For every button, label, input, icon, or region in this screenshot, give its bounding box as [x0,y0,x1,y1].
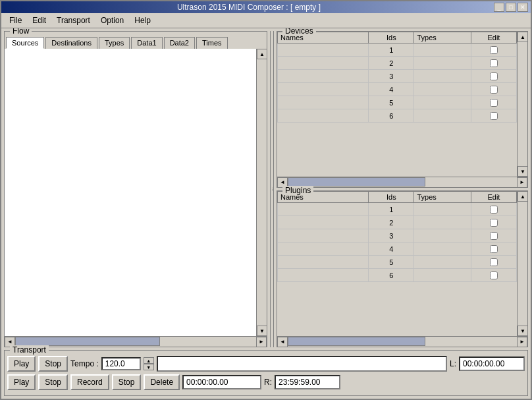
menu-transport[interactable]: Transport [51,14,95,26]
flow-vscrollbar[interactable]: ▲ ▼ [256,49,267,336]
device-edit-6[interactable] [471,109,516,123]
delete-button[interactable]: Delete [144,374,180,390]
play-button-1[interactable]: Play [7,356,36,372]
table-row: 6 [278,109,517,123]
menu-bar: File Edit Transport Option Help [1,13,531,28]
time-l-label: L: [450,359,456,368]
device-type-6 [414,109,471,123]
menu-option[interactable]: Option [95,14,129,26]
play-button-2[interactable]: Play [7,374,36,390]
stop-button-2[interactable]: Stop [38,374,68,390]
table-row: 3 [278,70,517,83]
plugin-id-5: 5 [369,256,414,269]
flow-inner [5,49,256,336]
plugins-vscrollbar[interactable]: ▲ ▼ [517,191,527,336]
plugin-type-2 [414,216,471,229]
plugin-edit-1[interactable] [471,203,516,216]
plugin-edit-6[interactable] [471,269,516,282]
plugins-hscroll-right[interactable]: ► [517,337,527,347]
plugin-edit-2[interactable] [471,216,516,229]
devices-vscrollbar[interactable]: ▲ ▼ [517,32,527,177]
device-name-2 [278,57,369,70]
tempo-up[interactable]: ▲ [144,357,154,364]
device-edit-5[interactable] [471,96,516,109]
tab-data2[interactable]: Data2 [164,37,195,49]
col-edit-header: Edit [471,32,516,43]
devices-hscroll-right[interactable]: ► [517,177,527,188]
tab-types[interactable]: Types [99,37,130,49]
devices-scroll-thumb[interactable] [518,42,527,166]
close-button[interactable]: ✕ [518,3,528,12]
devices-table-content: Names Ids Types Edit 1 [277,32,517,177]
tempo-label: Tempo : [70,359,99,368]
devices-hscroll-track[interactable] [288,177,517,187]
transport-display-1 [157,356,447,372]
tempo-input[interactable] [101,357,141,370]
device-edit-2[interactable] [471,57,516,70]
device-name-4 [278,83,369,96]
flow-content: ▲ ▼ [5,49,267,336]
tempo-spinner[interactable]: ▲ ▼ [144,357,154,370]
flow-scroll-down[interactable]: ▼ [257,326,267,336]
plugin-type-3 [414,229,471,243]
plugin-type-1 [414,203,471,216]
device-id-2: 2 [369,57,414,70]
device-type-3 [414,70,471,83]
devices-scroll-up[interactable]: ▲ [518,32,527,42]
device-id-5: 5 [369,96,414,109]
tempo-down[interactable]: ▼ [144,364,154,370]
plugin-id-3: 3 [369,229,414,243]
plugins-hscroll-thumb[interactable] [288,337,425,346]
device-name-6 [278,109,369,123]
plugin-type-5 [414,256,471,269]
table-row: 1 [278,43,517,57]
devices-hscrollbar[interactable]: ◄ ► [277,177,527,187]
plugins-table-content: Names Ids Types Edit 1 [277,191,517,336]
device-name-1 [278,43,369,57]
maximize-button[interactable]: □ [506,3,516,12]
minimize-button[interactable]: _ [494,3,504,12]
plugin-edit-5[interactable] [471,256,516,269]
stop-button-1[interactable]: Stop [38,356,68,372]
resize-handle[interactable]: ··· [270,31,274,347]
plugins-hscroll-track[interactable] [288,337,517,347]
devices-scroll-down[interactable]: ▼ [518,166,527,177]
menu-file[interactable]: File [4,14,27,26]
devices-group: Devices Names Ids Types Edit [277,31,528,188]
device-edit-3[interactable] [471,70,516,83]
plugins-hscroll-left[interactable]: ◄ [277,337,288,347]
plugin-edit-3[interactable] [471,229,516,243]
flow-tabs: Sources Destinations Types Data1 Data2 T… [5,32,267,49]
tab-sources[interactable]: Sources [6,37,44,49]
device-edit-1[interactable] [471,43,516,57]
flow-label: Flow [10,28,32,36]
time-r-value: 23:59:59.00 [275,375,340,389]
menu-help[interactable]: Help [129,14,156,26]
main-content: Flow Sources Destinations Types Data1 Da… [1,28,531,350]
plugins-scroll-down[interactable]: ▼ [518,326,527,336]
plugin-edit-4[interactable] [471,243,516,256]
main-window: Ultrason 2015 MIDI Composer : [ empty ] … [0,0,532,400]
device-name-3 [278,70,369,83]
tab-destinations[interactable]: Destinations [45,37,97,49]
menu-edit[interactable]: Edit [27,14,51,26]
flow-hscroll-track[interactable] [15,337,256,347]
stop-button-3[interactable]: Stop [112,374,142,390]
tab-times[interactable]: Times [196,37,228,49]
plugins-hscrollbar[interactable]: ◄ ► [277,336,527,347]
device-edit-4[interactable] [471,83,516,96]
plugins-scroll-up[interactable]: ▲ [518,191,527,202]
device-type-5 [414,96,471,109]
flow-scroll-thumb[interactable] [257,59,267,326]
flow-scroll-up[interactable]: ▲ [257,49,267,59]
tab-data1[interactable]: Data1 [131,37,162,49]
transport-label: Transport [10,345,49,355]
device-id-6: 6 [369,109,414,123]
flow-hscroll-thumb[interactable] [15,337,160,346]
plugins-group: Plugins Names Ids Types Edit [277,190,528,347]
flow-hscroll-right[interactable]: ► [256,337,267,347]
flow-panel: Flow Sources Destinations Types Data1 Da… [4,31,267,347]
plugins-scroll-thumb[interactable] [518,202,527,326]
devices-hscroll-thumb[interactable] [288,177,425,186]
record-button[interactable]: Record [70,374,109,390]
